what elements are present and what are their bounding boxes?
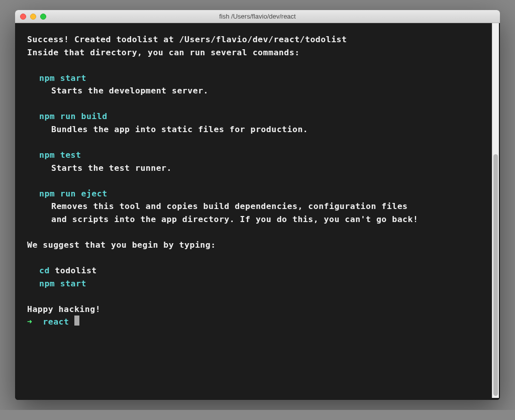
prompt-arrow-icon: ➜: [27, 317, 32, 327]
suggested-command: npm start: [27, 277, 488, 290]
scrollbar-thumb[interactable]: [493, 154, 498, 396]
blank-line: [27, 290, 488, 303]
blank-line: [27, 174, 488, 187]
cd-argument: todolist: [50, 266, 97, 275]
blank-line: [27, 59, 488, 72]
blank-line: [27, 97, 488, 111]
blank-line: [27, 226, 488, 239]
command-label: npm start: [27, 72, 488, 85]
minimize-button[interactable]: [30, 14, 36, 20]
command-label: npm test: [27, 149, 488, 162]
output-line: Success! Created todolist at /Users/flav…: [27, 33, 488, 46]
output-line: Inside that directory, you can run sever…: [27, 46, 488, 59]
command-desc: Starts the development server.: [27, 84, 488, 97]
window-title: fish /Users/flavio/dev/react: [15, 13, 500, 20]
scrollbar[interactable]: [492, 23, 499, 398]
blank-line: [27, 136, 488, 149]
cd-command: cd: [39, 266, 50, 275]
close-button[interactable]: [20, 14, 26, 20]
output-line: Happy hacking!: [27, 303, 488, 316]
command-label: npm run build: [27, 110, 488, 123]
command-desc: Bundles the app into static files for pr…: [27, 123, 488, 136]
prompt-dir: react: [43, 317, 69, 327]
terminal-window: fish /Users/flavio/dev/react Success! Cr…: [15, 10, 500, 400]
blank-line: [27, 252, 488, 265]
command-desc: and scripts into the app directory. If y…: [27, 213, 488, 226]
terminal-output[interactable]: Success! Created todolist at /Users/flav…: [15, 23, 500, 400]
titlebar: fish /Users/flavio/dev/react: [15, 10, 500, 23]
traffic-lights: [20, 14, 46, 20]
command-desc: Removes this tool and copies build depen…: [27, 200, 488, 213]
suggested-command: cd todolist: [27, 264, 488, 277]
maximize-button[interactable]: [40, 14, 46, 20]
cursor-icon: [74, 316, 79, 326]
output-line: We suggest that you begin by typing:: [27, 239, 488, 252]
command-desc: Starts the test runner.: [27, 162, 488, 175]
prompt-line[interactable]: ➜ react: [27, 316, 488, 329]
command-label: npm run eject: [27, 187, 488, 200]
